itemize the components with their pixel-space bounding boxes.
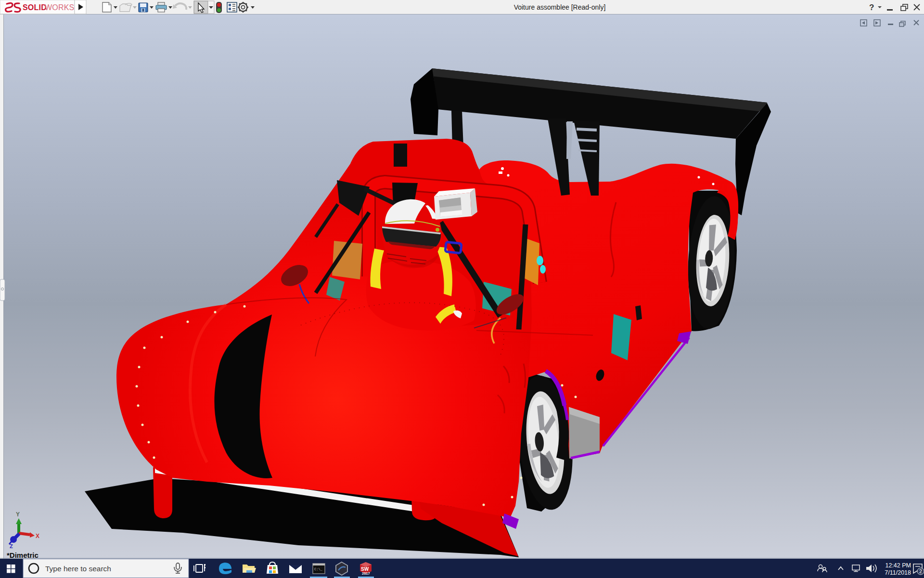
svg-text:Z: Z bbox=[10, 543, 13, 549]
svg-text:*Dimetric: *Dimetric bbox=[7, 551, 38, 559]
svg-text:2: 2 bbox=[919, 568, 922, 574]
svg-text:Y: Y bbox=[16, 511, 20, 518]
svg-text:?: ? bbox=[869, 3, 874, 12]
svg-text:Voiture assomblee [Read-only]: Voiture assomblee [Read-only] bbox=[514, 3, 606, 11]
svg-text:WORKS: WORKS bbox=[45, 3, 74, 12]
svg-text:12:42 PM: 12:42 PM bbox=[885, 562, 911, 569]
svg-text:Type here to search: Type here to search bbox=[45, 565, 111, 573]
svg-text:X: X bbox=[36, 533, 39, 539]
svg-text:2017: 2017 bbox=[362, 571, 370, 576]
svg-text:7/11/2018: 7/11/2018 bbox=[885, 569, 911, 576]
svg-text:SOLID: SOLID bbox=[23, 3, 47, 12]
svg-text:C:\_: C:\_ bbox=[314, 567, 323, 571]
